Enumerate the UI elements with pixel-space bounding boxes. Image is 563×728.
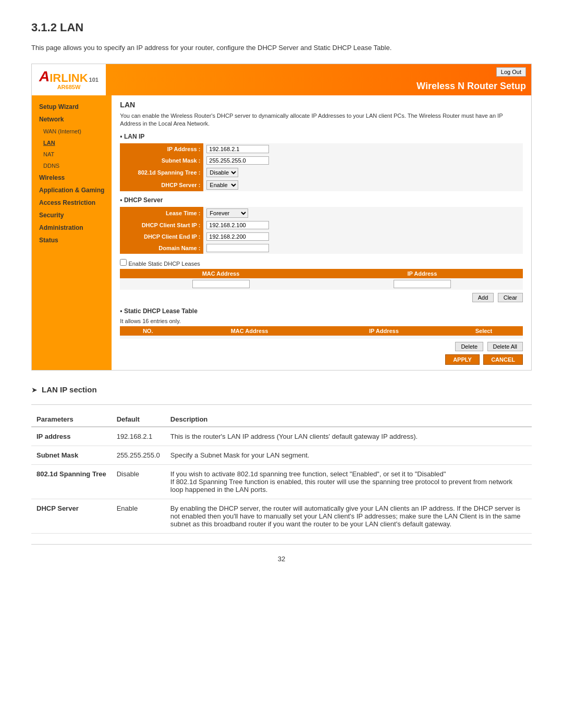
lease-ip-header: IP Address xyxy=(323,326,445,336)
static-mac-cell xyxy=(120,278,321,290)
lan-ip-section-heading: ➤ LAN IP section xyxy=(31,385,532,394)
cancel-button[interactable]: CANCEL xyxy=(483,354,523,365)
lease-no-header: NO. xyxy=(120,326,176,336)
static-ip-input[interactable] xyxy=(394,280,451,288)
subnet-mask-value-cell xyxy=(203,155,523,166)
domain-name-input[interactable] xyxy=(206,244,269,252)
param-desc-dhcpserver: By enabling the DHCP server, the router … xyxy=(165,499,532,534)
spanning-tree-value-cell: Disable Enable xyxy=(203,166,523,179)
add-button[interactable]: Add xyxy=(472,293,494,302)
lease-table-label: • Static DHCP Lease Table xyxy=(120,307,523,315)
param-default-spanning: Disable xyxy=(112,465,165,499)
sidebar-item-security[interactable]: Security xyxy=(32,209,112,221)
dhcp-end-input[interactable] xyxy=(206,232,269,241)
subnet-mask-input[interactable] xyxy=(206,156,269,165)
page-number: 32 xyxy=(31,555,532,563)
clear-button[interactable]: Clear xyxy=(498,293,523,302)
ip-address-value-cell xyxy=(203,143,523,155)
delete-all-button[interactable]: Delete All xyxy=(487,342,523,351)
lan-ip-section-title: LAN IP section xyxy=(42,385,97,394)
delete-button[interactable]: Delete xyxy=(455,342,483,351)
router-content: LAN You can enable the Wireless Router's… xyxy=(112,95,531,371)
table-row: 802.1d Spanning Tree Disable If you wish… xyxy=(31,465,532,499)
apply-button[interactable]: APPLY xyxy=(445,354,480,365)
table-row: Subnet Mask 255.255.255.0 Specify a Subn… xyxy=(31,446,532,465)
spanning-tree-select[interactable]: Disable Enable xyxy=(206,168,238,177)
router-title: Wireless N Router Setup xyxy=(417,81,526,92)
spanning-tree-label: 802.1d Spanning Tree : xyxy=(120,166,203,179)
sidebar-item-nat[interactable]: NAT xyxy=(32,149,112,160)
table-row: IP address 192.168.2.1 This is the route… xyxy=(31,427,532,446)
dhcp-end-label: DHCP Client End IP : xyxy=(120,231,203,242)
lease-select-cell xyxy=(445,336,523,339)
router-header-right: Log Out Wireless N Router Setup xyxy=(106,64,531,95)
dhcp-start-input[interactable] xyxy=(206,221,269,229)
lease-no-cell xyxy=(120,336,176,339)
lease-time-select[interactable]: Forever 1 Hour 8 Hours 24 Hours xyxy=(206,208,248,218)
router-header: A IRLINK101 AR685W Log Out Wireless N Ro… xyxy=(32,64,531,95)
param-name-dhcpserver: DHCP Server xyxy=(31,499,112,534)
sidebar-item-accessrestriction[interactable]: Access Restriction xyxy=(32,196,112,209)
sidebar: Setup Wizard Network WAN (Internet) LAN … xyxy=(32,95,112,371)
param-desc-ipaddress: This is the router's LAN IP address (You… xyxy=(165,427,532,446)
dhcp-start-value-cell xyxy=(203,219,523,231)
sidebar-item-network[interactable]: Network xyxy=(32,113,112,126)
content-description: You can enable the Wireless Router's DHC… xyxy=(120,112,523,128)
dhcp-start-row: DHCP Client Start IP : xyxy=(120,219,523,231)
lan-ip-label: • LAN IP xyxy=(120,133,523,140)
param-name-ipaddress: IP address xyxy=(31,427,112,446)
logout-button[interactable]: Log Out xyxy=(496,67,526,77)
dhcp-server-label: DHCP Server : xyxy=(120,179,203,191)
sidebar-item-status[interactable]: Status xyxy=(32,234,112,246)
static-dhcp-input-row xyxy=(120,278,523,290)
param-name-spanning: 802.1d Spanning Tree xyxy=(31,465,112,499)
ip-address-input[interactable] xyxy=(206,145,269,153)
lease-ip-cell xyxy=(323,336,445,339)
domain-name-value-cell xyxy=(203,242,523,254)
lease-select-header: Select xyxy=(445,326,523,336)
sidebar-item-administration[interactable]: Administration xyxy=(32,221,112,234)
spanning-tree-row: 802.1d Spanning Tree : Disable Enable xyxy=(120,166,523,179)
sidebar-item-lan[interactable]: LAN xyxy=(32,137,112,149)
sidebar-item-appgaming[interactable]: Application & Gaming xyxy=(32,184,112,196)
params-table: Parameters Default Description IP addres… xyxy=(31,412,532,534)
params-divider xyxy=(31,404,532,405)
sidebar-item-wireless[interactable]: Wireless xyxy=(32,171,112,184)
router-body: Setup Wizard Network WAN (Internet) LAN … xyxy=(32,95,531,371)
lease-label-text: • Static DHCP Lease Table xyxy=(120,307,197,315)
param-default-subnetmask: 255.255.255.0 xyxy=(112,446,165,465)
param-default-ipaddress: 192.168.2.1 xyxy=(112,427,165,446)
bottom-divider xyxy=(31,544,532,545)
dhcp-server-select[interactable]: Enable Disable xyxy=(206,180,238,190)
sidebar-item-ddns[interactable]: DDNS xyxy=(32,160,112,171)
static-dhcp-checkbox[interactable] xyxy=(120,259,127,266)
domain-name-row: Domain Name : xyxy=(120,242,523,254)
static-mac-input[interactable] xyxy=(192,280,250,288)
router-logo-area: A IRLINK101 AR685W xyxy=(32,64,106,95)
static-dhcp-checkbox-row: Enable Static DHCP Leases xyxy=(120,259,523,267)
sidebar-item-setup-wizard[interactable]: Setup Wizard xyxy=(32,101,112,113)
router-model: AR685W xyxy=(39,84,99,90)
static-ip-header: IP Address xyxy=(322,269,523,278)
logo-irlink: IRLINK101 xyxy=(50,72,99,84)
logo-a: A xyxy=(39,69,50,84)
lease-time-value-cell: Forever 1 Hour 8 Hours 24 Hours xyxy=(203,207,523,219)
delete-row: Delete Delete All xyxy=(120,342,523,351)
sidebar-item-wan[interactable]: WAN (Internet) xyxy=(32,126,112,137)
params-col-description: Description xyxy=(165,412,532,427)
subnet-mask-label: Subnet Mask : xyxy=(120,155,203,166)
param-desc-spanning: If you wish to activate 802.1d spanning … xyxy=(165,465,532,499)
subnet-mask-row: Subnet Mask : xyxy=(120,155,523,166)
param-name-subnetmask: Subnet Mask xyxy=(31,446,112,465)
lease-time-label: Lease Time : xyxy=(120,207,203,219)
dhcp-server-row: DHCP Server : Enable Disable xyxy=(120,179,523,191)
dhcp-server-table: Lease Time : Forever 1 Hour 8 Hours 24 H… xyxy=(120,207,523,254)
lease-note: It allows 16 entries only. xyxy=(120,318,523,324)
lan-ip-section-arrow: ➤ xyxy=(31,386,38,394)
param-desc-subnetmask: Specify a Subnet Mask for your LAN segme… xyxy=(165,446,532,465)
static-dhcp-input-table: MAC Address IP Address xyxy=(120,269,523,290)
router-ui-box: A IRLINK101 AR685W Log Out Wireless N Ro… xyxy=(31,64,532,371)
lease-time-row: Lease Time : Forever 1 Hour 8 Hours 24 H… xyxy=(120,207,523,219)
page-title: 3.1.2 LAN xyxy=(31,21,532,34)
static-dhcp-label: Enable Static DHCP Leases xyxy=(128,261,200,267)
